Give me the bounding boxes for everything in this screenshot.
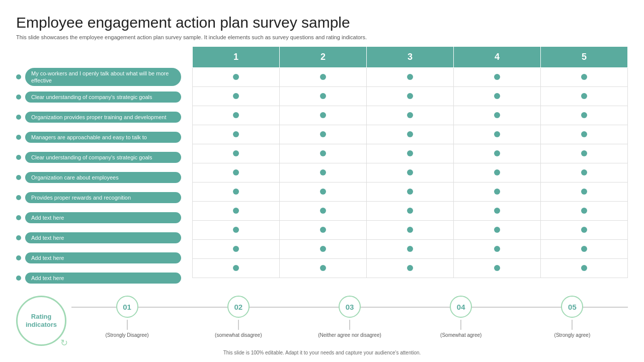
dot-cell-r6-c3 bbox=[407, 169, 413, 175]
cell-r10-c4 bbox=[454, 240, 541, 259]
cell-r1-c3 bbox=[367, 68, 454, 87]
cell-r7-c1 bbox=[193, 183, 280, 202]
cell-r8-c2 bbox=[280, 202, 367, 221]
cell-r2-c3 bbox=[367, 87, 454, 106]
dot-cell-r8-c2 bbox=[320, 208, 326, 214]
rating-badge-text: Ratingindicators bbox=[26, 313, 57, 328]
table-row bbox=[193, 221, 628, 240]
labels-column: My co-workers and I openly talk about wh… bbox=[16, 46, 192, 289]
dot-cell-r6-c4 bbox=[494, 169, 500, 175]
dot-cell-r1-c1 bbox=[233, 74, 239, 80]
cell-r2-c5 bbox=[541, 87, 628, 106]
rating-indicators-row: 01 (Strongly Disagree) 02 (somewhat disa… bbox=[71, 296, 628, 338]
footer-note: This slide is 100% editable. Adapt it to… bbox=[16, 350, 628, 355]
label-pill-11: Add text here bbox=[25, 273, 181, 284]
cell-r11-c2 bbox=[280, 259, 367, 278]
dot-cell-r10-c2 bbox=[320, 246, 326, 252]
cell-r6-c5 bbox=[541, 163, 628, 183]
dot-cell-r10-c4 bbox=[494, 246, 500, 252]
dot-cell-r3-c4 bbox=[494, 112, 500, 118]
label-pill-5: Clear understanding of company's strateg… bbox=[25, 152, 181, 163]
rating-item-1: 01 (Strongly Disagree) bbox=[71, 296, 183, 338]
main-content: My co-workers and I openly talk about wh… bbox=[16, 46, 628, 289]
cell-r9-c5 bbox=[541, 221, 628, 240]
cell-r5-c5 bbox=[541, 144, 628, 163]
cell-r3-c3 bbox=[367, 106, 454, 125]
rating-stem-4 bbox=[460, 320, 461, 330]
cell-r4-c2 bbox=[280, 125, 367, 144]
cell-r8-c3 bbox=[367, 202, 454, 221]
table-row bbox=[193, 125, 628, 144]
dot-cell-r11-c4 bbox=[494, 265, 500, 271]
rating-num-5: 05 bbox=[561, 296, 583, 318]
label-row-1: My co-workers and I openly talk about wh… bbox=[16, 67, 192, 86]
label-row-7: Provides proper rewards and recognition bbox=[16, 188, 192, 207]
rating-label-4: (Somewhat agree) bbox=[440, 332, 481, 338]
cell-r11-c3 bbox=[367, 259, 454, 278]
dot-cell-r4-c4 bbox=[494, 131, 500, 137]
rating-label-2: (somewhat disagree) bbox=[215, 332, 262, 338]
slide-title: Employee engagement action plan survey s… bbox=[16, 14, 628, 31]
cell-r5-c2 bbox=[280, 144, 367, 163]
dot-cell-r10-c1 bbox=[233, 246, 239, 252]
slide: Employee engagement action plan survey s… bbox=[0, 0, 644, 362]
table-row bbox=[193, 240, 628, 259]
dot-cell-r9-c1 bbox=[233, 227, 239, 233]
cell-r11-c1 bbox=[193, 259, 280, 278]
dot-indicator-7 bbox=[16, 195, 21, 200]
slide-subtitle: This slide showcases the employee engage… bbox=[16, 34, 628, 40]
dot-cell-r5-c1 bbox=[233, 150, 239, 156]
dot-cell-r8-c3 bbox=[407, 208, 413, 214]
dot-cell-r4-c3 bbox=[407, 131, 413, 137]
dot-cell-r4-c2 bbox=[320, 131, 326, 137]
label-row-10: Add text here bbox=[16, 248, 192, 267]
cell-r10-c5 bbox=[541, 240, 628, 259]
dot-cell-r5-c4 bbox=[494, 150, 500, 156]
cell-r8-c1 bbox=[193, 202, 280, 221]
cell-r4-c4 bbox=[454, 125, 541, 144]
table-row bbox=[193, 202, 628, 221]
dot-indicator-11 bbox=[16, 276, 21, 281]
rating-stem-3 bbox=[349, 320, 350, 330]
dot-indicator-1 bbox=[16, 74, 21, 79]
cell-r3-c2 bbox=[280, 106, 367, 125]
cell-r6-c3 bbox=[367, 163, 454, 183]
cell-r4-c5 bbox=[541, 125, 628, 144]
dot-cell-r9-c5 bbox=[581, 227, 587, 233]
rating-num-2: 02 bbox=[227, 296, 250, 318]
cell-r8-c4 bbox=[454, 202, 541, 221]
dot-cell-r7-c2 bbox=[320, 189, 326, 195]
dot-cell-r1-c2 bbox=[320, 74, 326, 80]
dot-cell-r3-c5 bbox=[581, 112, 587, 118]
cell-r1-c1 bbox=[193, 68, 280, 87]
cell-r6-c2 bbox=[280, 163, 367, 183]
cell-r11-c5 bbox=[541, 259, 628, 278]
rating-label-5: (Strongly agree) bbox=[554, 332, 591, 338]
label-row-8: Add text here bbox=[16, 208, 192, 227]
dot-cell-r9-c4 bbox=[494, 227, 500, 233]
rating-item-5: 05 (Strongly agree) bbox=[517, 296, 628, 338]
dot-cell-r10-c5 bbox=[581, 246, 587, 252]
cell-r7-c5 bbox=[541, 183, 628, 202]
survey-table: 12345 bbox=[192, 46, 628, 278]
rating-num-1: 01 bbox=[116, 296, 138, 318]
cell-r6-c4 bbox=[454, 163, 541, 183]
table-header-2: 2 bbox=[280, 47, 367, 68]
dot-cell-r10-c3 bbox=[407, 246, 413, 252]
cell-r11-c4 bbox=[454, 259, 541, 278]
dot-cell-r2-c1 bbox=[233, 93, 239, 99]
dot-indicator-3 bbox=[16, 115, 21, 120]
dot-cell-r1-c4 bbox=[494, 74, 500, 80]
dot-cell-r11-c2 bbox=[320, 265, 326, 271]
cell-r5-c1 bbox=[193, 144, 280, 163]
table-row bbox=[193, 106, 628, 125]
cell-r7-c4 bbox=[454, 183, 541, 202]
dot-indicator-9 bbox=[16, 235, 21, 240]
dot-cell-r3-c2 bbox=[320, 112, 326, 118]
dot-cell-r3-c3 bbox=[407, 112, 413, 118]
label-pill-10: Add text here bbox=[25, 252, 181, 263]
table-row bbox=[193, 163, 628, 183]
cell-r10-c2 bbox=[280, 240, 367, 259]
label-pill-3: Organization provides proper training an… bbox=[25, 112, 181, 123]
cell-r1-c2 bbox=[280, 68, 367, 87]
